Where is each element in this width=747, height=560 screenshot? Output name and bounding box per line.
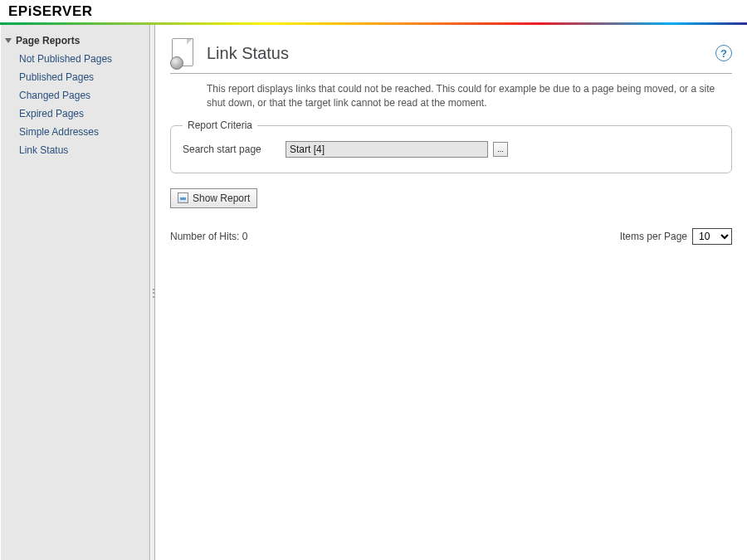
sidebar-group-title: Page Reports xyxy=(16,35,80,46)
start-page-input[interactable] xyxy=(286,141,488,158)
number-of-hits: Number of Hits: 0 xyxy=(170,231,247,242)
sidebar-item-not-published[interactable]: Not Published Pages xyxy=(5,50,145,68)
show-report-label: Show Report xyxy=(193,192,250,204)
results-bar: Number of Hits: 0 Items per Page 10 xyxy=(170,228,732,245)
sidebar-group-header[interactable]: Page Reports xyxy=(5,33,145,50)
items-per-page-label: Items per Page xyxy=(620,231,687,242)
caret-down-icon xyxy=(5,38,12,43)
items-per-page-select[interactable]: 10 xyxy=(692,228,732,245)
help-icon[interactable]: ? xyxy=(715,45,732,61)
start-page-label: Search start page xyxy=(183,144,286,155)
brand-logo: EPiSERVER xyxy=(8,3,93,20)
app-header: EPiSERVER xyxy=(0,0,747,22)
page-title: Link Status xyxy=(207,44,715,63)
report-icon xyxy=(178,192,188,203)
criteria-row: Search start page ... xyxy=(183,141,720,158)
items-per-page: Items per Page 10 xyxy=(620,228,732,245)
report-description: This report displays links that could no… xyxy=(207,82,732,110)
browse-page-button[interactable]: ... xyxy=(493,142,508,157)
sidebar-item-changed[interactable]: Changed Pages xyxy=(5,86,145,105)
show-report-button[interactable]: Show Report xyxy=(170,188,257,208)
fieldset-legend: Report Criteria xyxy=(183,119,257,131)
report-criteria-fieldset: Report Criteria Search start page ... xyxy=(170,125,732,173)
sidebar-item-link-status[interactable]: Link Status xyxy=(5,141,145,159)
main-content: Link Status ? This report displays links… xyxy=(155,25,747,560)
sidebar-item-simple-addresses[interactable]: Simple Addresses xyxy=(5,123,145,141)
sidebar: Page Reports Not Published Pages Publish… xyxy=(0,25,150,560)
sidebar-item-expired[interactable]: Expired Pages xyxy=(5,105,145,123)
sidebar-item-published[interactable]: Published Pages xyxy=(5,68,145,86)
link-status-page-icon xyxy=(170,37,198,70)
title-row: Link Status ? xyxy=(170,37,732,74)
